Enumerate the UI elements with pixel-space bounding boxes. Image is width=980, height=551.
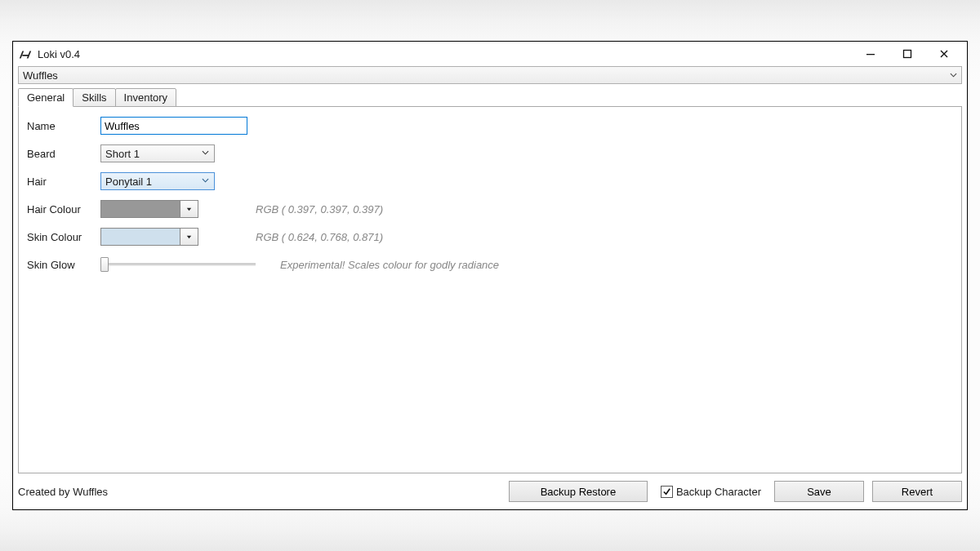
tab-bar: General Skills Inventory (18, 87, 962, 106)
content-area: General Skills Inventory Name Beard Shor… (18, 87, 962, 473)
hair-colour-picker[interactable] (100, 200, 198, 218)
tab-general[interactable]: General (18, 88, 74, 107)
character-select-value: Wuffles (23, 69, 58, 82)
tab-skills[interactable]: Skills (73, 88, 115, 107)
svg-rect-0 (866, 54, 875, 55)
beard-select[interactable]: Short 1 (100, 144, 215, 162)
app-icon (18, 47, 33, 61)
chevron-down-icon (202, 177, 209, 186)
hair-select[interactable]: Ponytail 1 (100, 172, 215, 190)
chevron-down-icon (202, 149, 209, 158)
skin-colour-hint: RGB ( 0.624, 0.768, 0.871) (256, 231, 383, 243)
checkbox-icon (661, 486, 673, 498)
chevron-down-icon (950, 69, 957, 82)
hair-colour-swatch (100, 200, 180, 218)
backup-restore-button[interactable]: Backup Restore (509, 481, 648, 502)
revert-button[interactable]: Revert (872, 481, 962, 502)
skin-glow-hint: Experimental! Scales colour for godly ra… (280, 259, 499, 271)
hair-colour-hint: RGB ( 0.397, 0.397, 0.397) (256, 203, 383, 216)
slider-thumb[interactable] (100, 257, 109, 272)
svg-rect-1 (903, 51, 911, 58)
skin-glow-slider[interactable] (100, 256, 256, 273)
beard-select-value: Short 1 (105, 148, 140, 160)
credit-text: Created by Wuffles (18, 486, 108, 498)
skin-glow-label: Skin Glow (27, 259, 100, 271)
hair-label: Hair (27, 176, 100, 188)
hair-select-value: Ponytail 1 (105, 176, 152, 188)
hair-colour-label: Hair Colour (27, 203, 100, 216)
skin-colour-picker[interactable] (100, 228, 198, 246)
name-input[interactable] (100, 117, 247, 135)
tab-inventory[interactable]: Inventory (115, 88, 176, 107)
slider-track (104, 264, 256, 266)
close-button[interactable] (925, 42, 962, 65)
maximize-button[interactable] (889, 42, 925, 65)
general-panel: Name Beard Short 1 Hair Ponytail 1 (18, 106, 962, 473)
window-title: Loki v0.4 (38, 48, 80, 60)
backup-character-label: Backup Character (676, 486, 761, 498)
skin-colour-swatch (100, 228, 180, 246)
hair-colour-dropdown-button[interactable] (180, 200, 198, 218)
app-window: Loki v0.4 Wuffles General Skills Invento… (12, 41, 968, 510)
footer: Created by Wuffles Backup Restore Backup… (18, 477, 962, 506)
backup-character-checkbox[interactable]: Backup Character (661, 486, 761, 498)
skin-colour-label: Skin Colour (27, 231, 100, 243)
character-select[interactable]: Wuffles (18, 66, 962, 84)
minimize-button[interactable] (852, 42, 889, 65)
skin-colour-dropdown-button[interactable] (180, 228, 198, 246)
name-label: Name (27, 120, 100, 132)
save-button[interactable]: Save (774, 481, 864, 502)
titlebar: Loki v0.4 (13, 42, 967, 66)
beard-label: Beard (27, 148, 100, 160)
